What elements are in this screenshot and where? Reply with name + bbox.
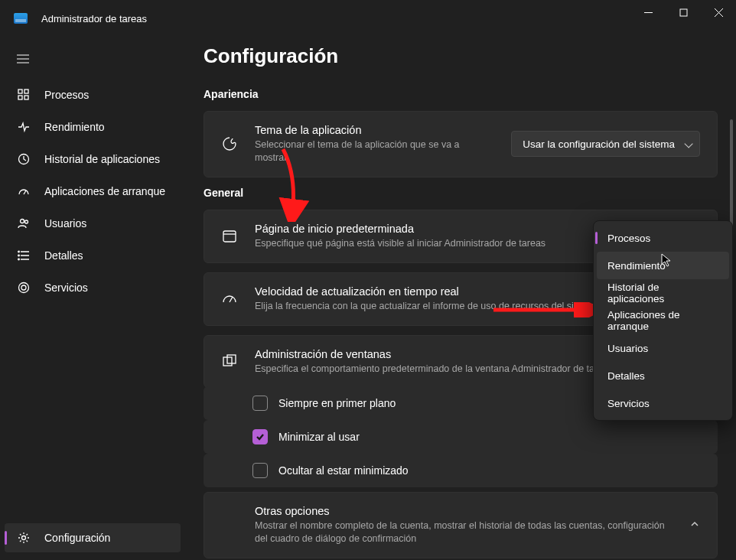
sidebar-item-label: Detalles [44,249,83,262]
svg-rect-14 [223,231,236,242]
setting-title: Otras opciones [255,505,672,517]
ctx-item-services[interactable]: Servicios [597,389,729,417]
svg-rect-4 [24,96,28,99]
list-icon [17,249,31,262]
sidebar-item-label: Historial de aplicaciones [44,153,160,165]
sidebar-item-processes[interactable]: Procesos [5,80,181,109]
ctx-item-details[interactable]: Detalles [597,362,729,389]
windows-icon [221,353,238,369]
sidebar-item-label: Aplicaciones de arranque [44,185,165,197]
users-icon [17,217,31,230]
services-icon [17,281,31,295]
minimize-button[interactable] [630,0,666,24]
svg-point-13 [22,536,26,540]
mouse-cursor [661,253,672,267]
close-button[interactable] [701,0,736,24]
checkbox-checked[interactable] [252,429,268,444]
page-icon [221,229,238,244]
svg-point-7 [25,220,28,223]
sidebar-item-label: Procesos [44,89,89,101]
dropdown-value: Usar la configuración del sistema [523,138,675,150]
svg-point-11 [21,285,26,290]
theme-dropdown[interactable]: Usar la configuración del sistema [511,131,700,157]
speed-icon [221,291,238,307]
sidebar-item-services[interactable]: Servicios [5,273,181,302]
page-title: Configuración [204,44,718,68]
titlebar: Administrador de tareas [0,0,736,37]
gauge-icon [17,184,31,198]
app-icon [14,13,28,24]
ctx-item-startup[interactable]: Aplicaciones de arranque [597,307,729,334]
chevron-up-icon [689,519,700,532]
svg-point-6 [21,220,24,223]
sidebar-item-label: Rendimiento [44,121,105,133]
sidebar-item-settings[interactable]: Configuración [5,523,181,552]
svg-point-9 [18,255,20,256]
checkbox[interactable] [252,396,268,411]
default-page-context-menu: Procesos Rendimiento Historial de aplica… [593,220,733,421]
sidebar-item-startup[interactable]: Aplicaciones de arranque [5,177,181,206]
palette-icon [221,136,238,151]
checkbox[interactable] [252,463,268,478]
pulse-icon [17,120,31,134]
section-appearance: Apariencia [204,88,718,100]
grid-icon [17,88,31,102]
svg-rect-3 [18,96,22,99]
svg-rect-1 [18,90,22,93]
svg-point-8 [18,251,20,252]
window-controls [630,0,736,24]
annotation-arrow-2 [490,302,597,317]
ctx-item-history[interactable]: Historial de aplicaciones [597,279,729,307]
window-mgmt-option[interactable]: Ocultar al estar minimizado [204,454,718,487]
option-label: Minimizar al usar [278,431,360,443]
sidebar-item-history[interactable]: Historial de aplicaciones [5,145,181,174]
svg-rect-0 [680,9,687,16]
hamburger-button[interactable] [0,48,185,80]
sidebar-item-performance[interactable]: Rendimiento [5,112,181,142]
history-icon [17,152,31,166]
app-title: Administrador de tareas [41,13,147,24]
sidebar-item-label: Configuración [44,532,110,544]
gear-icon [17,531,31,545]
setting-desc: Mostrar el nombre completo de la cuenta,… [255,519,672,545]
setting-title: Tema de la aplicación [255,124,494,136]
sidebar-item-label: Servicios [44,282,88,294]
option-label: Ocultar al estar minimizado [278,464,409,477]
sidebar-item-label: Usuarios [44,217,86,230]
setting-card-other[interactable]: Otras opciones Mostrar el nombre complet… [204,492,718,558]
svg-rect-2 [24,90,28,93]
maximize-button[interactable] [666,0,701,24]
annotation-arrow-1 [275,145,314,222]
option-label: Siempre en primer plano [278,397,396,409]
ctx-item-users[interactable]: Usuarios [597,334,729,362]
sidebar: Procesos Rendimiento Historial de aplica… [0,37,185,560]
ctx-item-processes[interactable]: Procesos [597,224,729,252]
sidebar-item-details[interactable]: Detalles [5,241,181,270]
svg-point-10 [18,259,20,260]
svg-point-12 [19,283,29,293]
sidebar-item-users[interactable]: Usuarios [5,209,181,238]
window-mgmt-option[interactable]: Minimizar al usar [204,420,718,454]
